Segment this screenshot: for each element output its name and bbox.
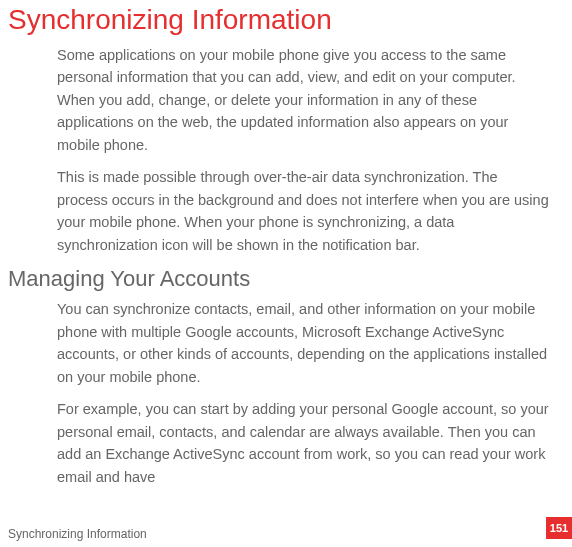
paragraph-2: This is made possible through over-the-a… — [57, 166, 550, 256]
sub-heading: Managing Your Accounts — [8, 266, 554, 292]
paragraph-3: You can synchronize contacts, email, and… — [57, 298, 550, 388]
page-content: Synchronizing Information Some applicati… — [0, 0, 572, 488]
paragraph-1: Some applications on your mobile phone g… — [57, 44, 550, 156]
page-number-tab: 151 — [546, 517, 572, 539]
paragraph-4: For example, you can start by adding you… — [57, 398, 550, 488]
main-heading: Synchronizing Information — [8, 4, 554, 36]
footer-text: Synchronizing Information — [8, 527, 147, 541]
